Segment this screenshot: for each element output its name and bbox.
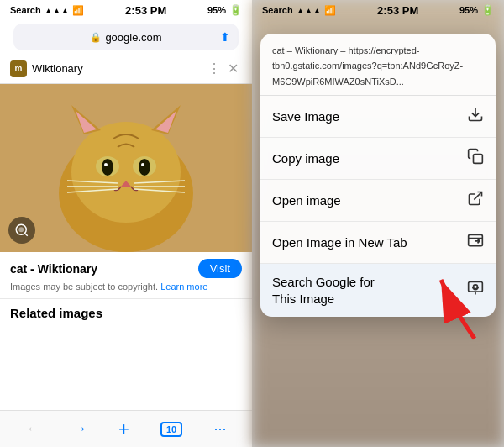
right-status-left: Search ▲▲▲ 📶 (262, 5, 336, 16)
back-button[interactable]: ← (26, 420, 41, 438)
related-images-heading: Related images (0, 299, 252, 323)
visit-button[interactable]: Visit (198, 259, 242, 278)
right-battery: 95% 🔋 (459, 4, 494, 16)
svg-line-21 (24, 233, 27, 235)
arrow-indicator (428, 267, 487, 346)
page-title-row: cat - Wiktionary Visit (10, 259, 242, 278)
copy-image-item[interactable]: Copy image (260, 138, 496, 180)
svg-point-12 (141, 163, 144, 166)
time-display: 2:53 PM (125, 4, 166, 17)
open-image-label: Open image (272, 193, 341, 208)
copyright-text: Images may be subject to copyright. Lear… (10, 281, 242, 292)
signal-icon: ▲▲▲ (45, 6, 70, 15)
tab-more-button[interactable]: ⋮ (204, 60, 224, 76)
lock-icon: 🔒 (90, 32, 102, 43)
bottom-nav: ← → + 10 ··· (0, 410, 252, 447)
right-wifi-icon: 📶 (324, 5, 336, 16)
svg-point-11 (104, 163, 108, 166)
open-image-item[interactable]: Open image (260, 180, 496, 222)
wifi-icon: 📶 (72, 5, 84, 16)
menu-header-text: cat – Wiktionary – https://encrypted-tbn… (272, 45, 463, 87)
url-text: google.com (105, 31, 161, 44)
svg-rect-24 (474, 155, 483, 164)
open-image-icon (467, 190, 484, 211)
cat-image (0, 84, 252, 252)
search-google-label: Search Google forThis Image (272, 274, 375, 307)
tab-close-button[interactable]: ✕ (224, 60, 242, 76)
save-image-item[interactable]: Save Image (260, 96, 496, 138)
lens-icon[interactable] (8, 217, 35, 244)
copy-image-icon (467, 148, 484, 169)
svg-point-9 (102, 159, 113, 176)
tab-favicon: m (10, 60, 27, 77)
menu-header: cat – Wiktionary – https://encrypted-tbn… (260, 34, 496, 96)
learn-more-link[interactable]: Learn more (160, 281, 207, 292)
address-bar[interactable]: 🔒 google.com ⬆ (13, 24, 239, 50)
tab-title: Wiktionary (32, 62, 204, 75)
save-image-label: Save Image (272, 109, 339, 124)
svg-point-2 (71, 122, 181, 223)
tabs-count-button[interactable]: 10 (160, 422, 182, 437)
page-info: cat - Wiktionary Visit Images may be sub… (0, 252, 252, 299)
battery-info: 95% 🔋 (207, 4, 242, 16)
battery-icon: 🔋 (229, 4, 242, 16)
search-label: Search (10, 5, 41, 15)
right-battery-icon: 🔋 (481, 4, 494, 16)
svg-point-22 (19, 228, 24, 232)
page-title: cat - Wiktionary (10, 262, 97, 276)
more-menu-button[interactable]: ··· (213, 420, 226, 438)
copy-image-label: Copy image (272, 151, 339, 166)
right-panel: Search ▲▲▲ 📶 2:53 PM 95% 🔋 cat – Wiktion… (252, 0, 504, 447)
right-signal-icon: ▲▲▲ (297, 6, 322, 15)
svg-line-25 (474, 192, 481, 200)
right-search-label: Search (262, 5, 293, 15)
left-panel: Search ▲▲▲ 📶 2:53 PM 95% 🔋 🔒 google.com … (0, 0, 252, 447)
tabs-badge: 10 (160, 422, 182, 437)
open-new-tab-label: Open Image in New Tab (272, 235, 407, 250)
right-battery-percent: 95% (459, 5, 478, 15)
tab-bar: m Wiktionary ⋮ ✕ (0, 54, 252, 84)
battery-percent: 95% (207, 5, 226, 15)
open-new-tab-item[interactable]: Open Image in New Tab (260, 222, 496, 264)
svg-point-10 (139, 159, 150, 176)
address-bar-wrapper: 🔒 google.com ⬆ (0, 20, 252, 54)
right-time: 2:53 PM (377, 4, 418, 17)
status-left-icons: Search ▲▲▲ 📶 (10, 5, 84, 16)
share-icon[interactable]: ⬆ (220, 30, 230, 44)
add-tab-button[interactable]: + (118, 418, 129, 440)
forward-button[interactable]: → (72, 420, 87, 438)
open-new-tab-icon (467, 232, 484, 253)
status-bar-left: Search ▲▲▲ 📶 2:53 PM 95% 🔋 (0, 0, 252, 20)
save-image-icon (467, 106, 484, 127)
